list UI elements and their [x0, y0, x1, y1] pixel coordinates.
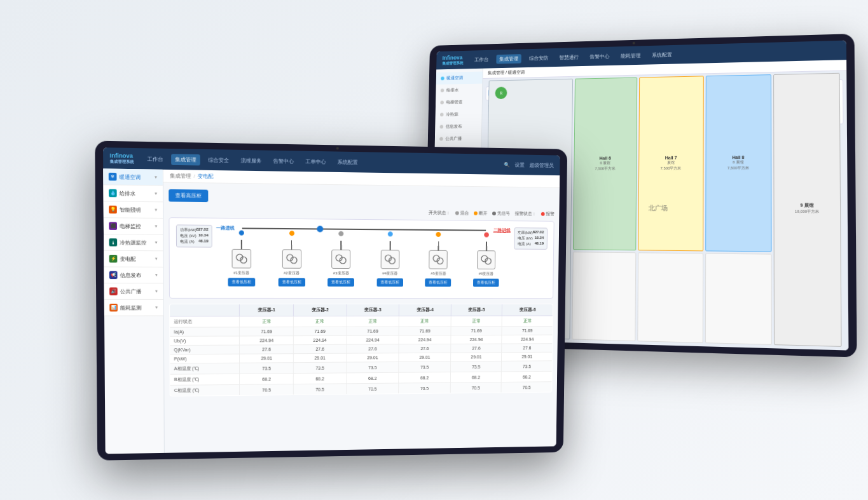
transformer-icon-6: [481, 255, 492, 265]
sidebar-dot2: [441, 89, 444, 93]
status-alarm: 报警: [541, 211, 555, 217]
camera-front: [336, 147, 339, 149]
sidebar-paishui-group: 💧 给排水 ▾: [103, 185, 162, 202]
back-sidebar-dianti[interactable]: 电梯管道: [436, 96, 482, 109]
cell-3: 正常: [399, 316, 451, 327]
back-nav-zonghe[interactable]: 综合安防: [526, 53, 551, 62]
front-nav-liuwei[interactable]: 流维服务: [237, 154, 265, 166]
sidebar-dot6: [439, 137, 443, 141]
row-label: Ub(V): [170, 336, 240, 346]
front-nav-xitong[interactable]: 系统配置: [334, 156, 362, 168]
sidebar-nuantong[interactable]: ❄ 暖通空调 ▾: [103, 168, 163, 185]
row-label: B相温度 (℃): [170, 374, 240, 385]
view-btn-5[interactable]: 查看低压柜: [425, 278, 451, 287]
right-voltage-kv-label: 电压 (kV) 10.34: [518, 236, 544, 241]
front-nav-gongdan[interactable]: 工单中心: [301, 156, 329, 167]
sidebar-guangbo[interactable]: 🔊 公共广播 ▾: [104, 283, 163, 299]
view-btn-4[interactable]: 查看低压柜: [376, 278, 403, 287]
back-logo: Infinova 集成管理系统: [442, 54, 463, 66]
sidebar-nenghao-icon: 📊: [109, 304, 118, 311]
transformer-3: #3变压器 查看低压柜: [327, 239, 354, 287]
right-current-a-label: 电流 (A) 46.19: [518, 241, 544, 247]
cell-2: 正常: [347, 316, 399, 327]
sidebar-nenghao[interactable]: 📊 能耗监测 ▾: [104, 300, 163, 316]
row-label: Ia(A): [170, 327, 240, 337]
cell-3: 224.94: [399, 335, 451, 344]
line2-label[interactable]: 二路进线: [493, 227, 511, 234]
mixed-dot: [455, 211, 459, 215]
col-header-2: 变压器-2: [293, 304, 347, 316]
col-header-3: 变压器-3: [347, 304, 399, 316]
front-content: ❄ 暖通空调 ▾ 💧 给排水 ▾ 💡: [103, 168, 560, 454]
sidebar-xinxi[interactable]: 📢 信息发布 ▾: [104, 267, 163, 283]
back-sidebar-nuantong[interactable]: 暖通空调: [436, 71, 483, 84]
transformer-label-4: #4变压器: [382, 271, 397, 276]
sidebar-paishui[interactable]: 💧 给排水 ▾: [103, 185, 162, 201]
cell-0: 73.5: [240, 363, 293, 374]
sidebar-guangbo-group: 🔊 公共广播 ▾: [104, 283, 163, 300]
sidebar-biandian-group: ⚡ 变电配 ▾: [104, 251, 163, 267]
transformer-icon-1: [236, 253, 247, 264]
front-nav-gongzuotai[interactable]: 工作台: [143, 153, 167, 165]
status-nosignal: 无信号: [492, 210, 510, 217]
status-label: 开关状态：: [429, 210, 450, 216]
sidebar-biandian[interactable]: ⚡ 变电配 ▾: [104, 251, 163, 267]
front-nav-jicheng[interactable]: 集成管理: [171, 154, 200, 165]
back-nav-zhihui[interactable]: 智慧通行: [556, 52, 582, 62]
back-nav-xitong[interactable]: 系统配置: [649, 50, 675, 60]
transformer-label-6: #6变压器: [479, 271, 494, 277]
alarm-status-label: 报警状态：: [515, 210, 537, 217]
sidebar-lenre[interactable]: 🌡 冷热源监控 ▾: [104, 234, 163, 250]
node-dot-6: [484, 233, 489, 238]
cell-4: 224.94: [451, 335, 502, 344]
back-nav-nenghao[interactable]: 能耗管理: [617, 51, 644, 61]
right-power-box: 功率(kW) 827.02 电压 (kV) 10.34 电流 (A) 46.19: [514, 227, 548, 250]
cell-1: 正常: [293, 316, 347, 327]
table-header-row: 变压器-1 变压器-2 变压器-3 变压器-4 变压器-5 变压器-6: [170, 304, 553, 316]
hall5-r-icon: R: [495, 87, 507, 100]
settings-label[interactable]: 设置: [515, 161, 525, 168]
back-sidebar-guangbo[interactable]: 公共广播: [435, 132, 481, 145]
row-label: P(kW): [170, 354, 240, 363]
front-nav-zonghe[interactable]: 综合安全: [204, 154, 233, 166]
transformer-node-4: [380, 250, 399, 269]
chevron-down9-icon: ▾: [155, 305, 158, 310]
open-label: 断开: [479, 210, 488, 217]
back-nav-gaojing[interactable]: 告警中心: [587, 51, 613, 62]
view-btn-1[interactable]: 查看低压柜: [228, 278, 255, 287]
table-body: 运行状态正常正常正常正常正常正常Ia(A)71.6971.6971.6971.6…: [170, 316, 553, 396]
hall8-sub: 8 展馆: [733, 159, 743, 165]
cell-5: 27.6: [502, 344, 553, 353]
view-btn-6[interactable]: 查看低压柜: [473, 279, 499, 287]
search-icon[interactable]: 🔍: [504, 161, 510, 167]
view-btn-2[interactable]: 查看低压柜: [278, 278, 305, 287]
chevron-down2-icon: ▾: [155, 191, 157, 196]
cell-1: 71.69: [293, 327, 347, 335]
cell-1: 29.01: [293, 353, 346, 362]
cell-2: 29.01: [347, 353, 399, 362]
sidebar-dianti[interactable]: ⬛ 电梯监控 ▾: [104, 218, 163, 234]
cell-1: 27.6: [293, 344, 346, 353]
back-sidebar-paishui[interactable]: 给排水: [436, 84, 482, 97]
back-nav-gongzuotai[interactable]: 工作台: [471, 55, 492, 64]
breadcrumb-root: 集成管理: [170, 172, 191, 180]
col-header-5: 变压器-5: [451, 304, 502, 316]
cell-5: 29.01: [502, 352, 553, 361]
front-nav-gaojing[interactable]: 告警中心: [270, 155, 298, 166]
cell-0: 224.94: [240, 336, 293, 345]
sidebar-xinxi-group: 📢 信息发布 ▾: [104, 267, 163, 284]
query-btn[interactable]: 查看高压柜: [169, 189, 208, 202]
back-sidebar-xinxi[interactable]: 信息发布: [435, 120, 481, 133]
cell-0: 正常: [240, 316, 294, 327]
view-btn-3[interactable]: 查看低压柜: [327, 278, 354, 287]
back-sidebar-lenre[interactable]: 冷热源: [435, 108, 481, 121]
node-dot-4: [388, 231, 393, 236]
front-screen: Infinova 集成管理系统 工作台 集成管理 综合安全 流维服务 告警中心 …: [103, 147, 560, 454]
cell-2: 224.94: [347, 335, 399, 344]
current-a-label: 电流 (A) 46.19: [180, 239, 208, 245]
cell-1: 68.2: [293, 373, 346, 384]
sidebar-zhineng[interactable]: 💡 智能照明 ▾: [104, 201, 163, 218]
sidebar-dot5: [440, 125, 444, 129]
cell-4: 27.6: [451, 344, 502, 353]
back-nav-jicheng[interactable]: 集成管理: [496, 54, 521, 64]
